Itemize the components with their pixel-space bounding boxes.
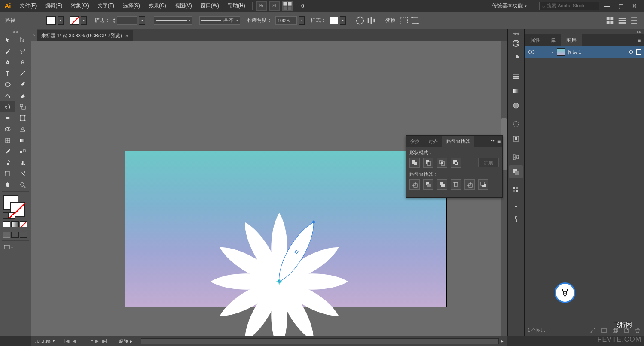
fill-stroke-control[interactable]: [0, 193, 31, 220]
menu-edit[interactable]: 编辑(E): [41, 0, 67, 12]
zoom-level[interactable]: 33.33%▾: [33, 339, 57, 344]
panel-menu-icon[interactable]: ≡: [497, 138, 501, 144]
layer-name[interactable]: 图层 1: [568, 49, 626, 55]
divide-button[interactable]: [409, 179, 420, 190]
ellipse-tool[interactable]: [0, 79, 15, 90]
opt-icon-r1[interactable]: [605, 16, 615, 25]
expand-layer-icon[interactable]: ▸: [548, 50, 557, 54]
width-tool[interactable]: [0, 112, 15, 124]
zoom-tool[interactable]: [15, 179, 31, 191]
tab-bar-collapse[interactable]: »: [31, 29, 37, 41]
panel-menu-icon[interactable]: ≡: [634, 37, 644, 43]
brush-select[interactable]: 基本▾: [199, 16, 240, 25]
scroll-right-icon[interactable]: ▸: [499, 338, 506, 344]
artboard-tool[interactable]: [0, 168, 15, 179]
visibility-toggle[interactable]: [525, 49, 538, 55]
first-artboard-icon[interactable]: I◀: [63, 338, 70, 344]
pathfinder-panel[interactable]: 变换 对齐 路径查找器 ▸▸ ≡ 形状模式： 扩展 路径查找器：: [406, 135, 503, 198]
stroke-panel-icon[interactable]: [509, 70, 523, 83]
rotate-tool[interactable]: [0, 101, 15, 112]
shaper-tool[interactable]: [0, 90, 15, 101]
horizontal-scrollbar[interactable]: [141, 338, 499, 344]
default-fs-icon[interactable]: [3, 212, 9, 219]
swap-fs-icon[interactable]: [9, 212, 15, 219]
minimize-button[interactable]: —: [603, 3, 611, 9]
transparency-panel-icon[interactable]: [509, 99, 523, 112]
pathfinder-dock-icon[interactable]: [509, 165, 523, 178]
artboard[interactable]: [125, 151, 446, 307]
menu-select[interactable]: 选择(S): [119, 0, 144, 12]
search-input[interactable]: ⌕ 搜索 Adobe Stock: [539, 2, 599, 10]
fill-swatch[interactable]: [46, 16, 56, 25]
tab-close-icon[interactable]: ×: [125, 33, 128, 39]
menu-window[interactable]: 窗口(W): [196, 0, 223, 12]
stroke-weight-input[interactable]: [117, 16, 137, 25]
delete-layer-icon[interactable]: [634, 327, 641, 334]
merge-button[interactable]: [437, 179, 447, 190]
paintbrush-tool[interactable]: [15, 79, 31, 90]
stroke-swatch[interactable]: [70, 16, 79, 25]
opacity-input[interactable]: [275, 16, 297, 25]
transform-label[interactable]: 变换: [385, 17, 396, 24]
stroke-weight-down[interactable]: ▾: [113, 21, 115, 24]
crop-button[interactable]: [451, 179, 461, 190]
appearance-panel-icon[interactable]: [509, 118, 523, 131]
gradient-panel-icon[interactable]: [509, 85, 523, 97]
tab-properties[interactable]: 属性: [525, 34, 546, 46]
type-tool[interactable]: T: [0, 68, 15, 79]
scale-tool[interactable]: [15, 101, 31, 112]
shape-builder-tool[interactable]: [0, 124, 15, 135]
lasso-tool[interactable]: [15, 46, 31, 57]
target-icon[interactable]: [626, 49, 636, 55]
next-artboard-icon[interactable]: ▶: [93, 338, 101, 344]
tools-collapse[interactable]: ◀◀: [0, 29, 31, 34]
stroke-dropdown[interactable]: ▾: [81, 16, 87, 25]
tab-layers[interactable]: 图层: [561, 34, 582, 46]
locate-object-icon[interactable]: [589, 327, 597, 334]
artboard-number[interactable]: 1: [78, 339, 91, 344]
pen-tool[interactable]: [0, 57, 15, 68]
prev-artboard-icon[interactable]: ◀: [70, 338, 78, 344]
eyedropper-tool[interactable]: [0, 146, 15, 157]
draw-normal[interactable]: [3, 232, 10, 238]
perspective-tool[interactable]: [15, 124, 31, 135]
document-tab[interactable]: 未标题-1* @ 33.33% (RGB/GPU 预览) ×: [37, 30, 133, 41]
free-transform-tool[interactable]: [15, 112, 31, 124]
brushes-panel-icon[interactable]: [509, 198, 523, 211]
style-swatch[interactable]: [330, 17, 338, 24]
opacity-dd[interactable]: ›: [299, 16, 305, 25]
color-mode-solid[interactable]: [3, 221, 10, 227]
stock-button[interactable]: St: [269, 1, 280, 11]
draw-behind[interactable]: [11, 232, 19, 238]
transform-icon-1[interactable]: [399, 16, 409, 25]
color-panel-icon[interactable]: [509, 37, 523, 50]
make-clipping-mask-icon[interactable]: [600, 327, 608, 334]
tab-libraries[interactable]: 库: [546, 34, 561, 46]
align-icon[interactable]: [366, 16, 376, 25]
layer-row[interactable]: ▸ 图层 1: [525, 46, 644, 58]
magic-wand-tool[interactable]: [0, 46, 15, 57]
blend-tool[interactable]: [15, 146, 31, 157]
expand-button[interactable]: 扩展: [478, 158, 499, 167]
trim-button[interactable]: [423, 179, 433, 190]
selection-indicator[interactable]: [636, 49, 641, 55]
direct-selection-tool[interactable]: [15, 34, 31, 46]
color-guide-icon[interactable]: [509, 52, 523, 64]
slice-tool[interactable]: [15, 168, 31, 179]
last-artboard-icon[interactable]: ▶I: [101, 338, 108, 344]
swatches-panel-icon[interactable]: [509, 184, 523, 197]
curvature-tool[interactable]: [15, 57, 31, 68]
color-mode-none[interactable]: [20, 221, 27, 227]
opt-icon-r3[interactable]: [629, 16, 639, 25]
symbols-panel-icon[interactable]: [509, 213, 523, 226]
menu-object[interactable]: 对象(O): [67, 0, 93, 12]
workspace-switcher[interactable]: 传统基本功能▾: [488, 2, 530, 9]
gradient-tool[interactable]: [15, 135, 31, 146]
status-info[interactable]: 旋转 ▶: [114, 338, 137, 344]
stroke-weight-dd[interactable]: ▾: [139, 16, 145, 25]
stroke-profile-select[interactable]: ▾: [154, 16, 192, 25]
exclude-button[interactable]: [451, 158, 461, 168]
menu-type[interactable]: 文字(T): [93, 0, 119, 12]
selection-tool[interactable]: [0, 34, 15, 46]
menu-effect[interactable]: 效果(C): [144, 0, 171, 12]
